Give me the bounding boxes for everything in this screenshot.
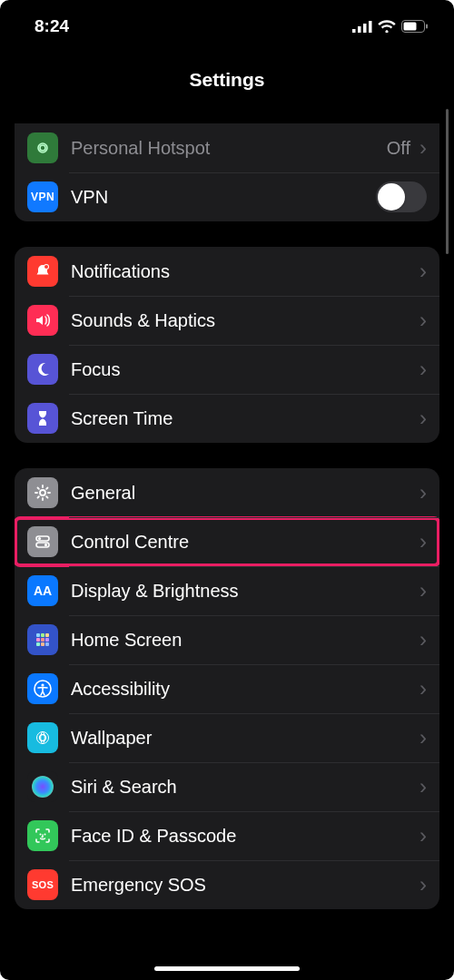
accessibility-icon <box>27 673 58 704</box>
svg-rect-1 <box>358 26 361 33</box>
svg-rect-19 <box>45 638 49 642</box>
row-home-screen[interactable]: Home Screen › <box>15 615 439 664</box>
group-connectivity: Personal Hotspot Off › VPN VPN <box>15 123 439 221</box>
group-device: General › Control Centre › AA Display & … <box>15 468 439 909</box>
row-label: Display & Brightness <box>71 581 419 602</box>
row-label: Focus <box>71 359 419 380</box>
svg-point-24 <box>41 683 44 686</box>
home-indicator[interactable] <box>154 966 300 971</box>
wifi-icon <box>378 20 396 33</box>
row-label: Face ID & Passcode <box>71 826 419 847</box>
svg-point-11 <box>38 537 41 540</box>
svg-rect-21 <box>41 642 44 646</box>
svg-rect-14 <box>36 633 40 637</box>
display-icon: AA <box>27 575 58 606</box>
chevron-right-icon: › <box>419 825 427 847</box>
chevron-right-icon: › <box>419 727 427 749</box>
svg-rect-3 <box>369 21 372 33</box>
svg-rect-15 <box>41 633 44 637</box>
hotspot-icon <box>27 132 58 163</box>
row-siri-search[interactable]: Siri & Search › <box>15 762 439 811</box>
svg-point-9 <box>40 490 45 495</box>
row-label: General <box>71 483 419 504</box>
row-wallpaper[interactable]: Wallpaper › <box>15 713 439 762</box>
svg-rect-0 <box>352 29 356 33</box>
chevron-right-icon: › <box>419 482 427 504</box>
focus-icon <box>27 354 58 385</box>
sounds-icon <box>27 305 58 336</box>
chevron-right-icon: › <box>419 629 427 651</box>
row-personal-hotspot[interactable]: Personal Hotspot Off › <box>15 123 439 172</box>
row-vpn[interactable]: VPN VPN <box>15 172 439 221</box>
row-label: Emergency SOS <box>71 875 419 896</box>
wallpaper-icon <box>27 722 58 753</box>
group-attention: Notifications › Sounds & Haptics › Focus… <box>15 247 439 443</box>
row-sounds-haptics[interactable]: Sounds & Haptics › <box>15 296 439 345</box>
status-icons <box>352 20 429 33</box>
chevron-right-icon: › <box>419 874 427 896</box>
row-label: Siri & Search <box>71 777 419 798</box>
chevron-right-icon: › <box>419 137 427 159</box>
svg-point-26 <box>37 732 49 744</box>
svg-point-13 <box>44 544 47 546</box>
notifications-icon <box>27 256 58 287</box>
row-control-centre[interactable]: Control Centre › <box>15 517 439 566</box>
chevron-right-icon: › <box>419 580 427 602</box>
general-icon <box>27 477 58 508</box>
row-emergency-sos[interactable]: SOS Emergency SOS › <box>15 860 439 909</box>
status-time: 8:24 <box>35 16 69 36</box>
svg-rect-17 <box>36 638 40 642</box>
phone-frame: 8:24 Settings Personal Hotspot Off › VPN <box>0 0 454 980</box>
row-general[interactable]: General › <box>15 468 439 517</box>
cellular-icon <box>352 21 372 33</box>
sos-badge-text: SOS <box>32 879 54 890</box>
aa-text: AA <box>34 583 52 598</box>
row-label: Notifications <box>71 261 419 282</box>
row-label: Sounds & Haptics <box>71 310 419 331</box>
row-screen-time[interactable]: Screen Time › <box>15 394 439 443</box>
svg-rect-20 <box>36 642 40 646</box>
screen-time-icon <box>27 403 58 434</box>
row-label: Accessibility <box>71 679 419 700</box>
chevron-right-icon: › <box>419 678 427 700</box>
siri-icon <box>27 771 58 802</box>
vpn-badge-text: VPN <box>31 191 54 203</box>
chevron-right-icon: › <box>419 531 427 553</box>
svg-rect-5 <box>404 23 417 31</box>
svg-rect-16 <box>45 633 49 637</box>
chevron-right-icon: › <box>419 407 427 429</box>
row-focus[interactable]: Focus › <box>15 345 439 394</box>
row-accessibility[interactable]: Accessibility › <box>15 664 439 713</box>
row-label: Screen Time <box>71 408 419 429</box>
svg-rect-22 <box>45 642 49 646</box>
chevron-right-icon: › <box>419 260 427 282</box>
faceid-icon <box>27 820 58 851</box>
svg-rect-2 <box>363 24 367 33</box>
row-label: Home Screen <box>71 630 419 651</box>
battery-icon <box>401 20 429 33</box>
home-screen-icon <box>27 624 58 655</box>
vpn-icon: VPN <box>27 181 58 212</box>
scrollbar[interactable] <box>446 109 449 254</box>
svg-rect-18 <box>41 638 44 642</box>
svg-point-27 <box>32 776 54 798</box>
toggle-knob <box>378 183 405 211</box>
control-centre-icon <box>27 526 58 557</box>
row-display-brightness[interactable]: AA Display & Brightness › <box>15 566 439 615</box>
row-value: Off <box>387 138 410 159</box>
status-bar: 8:24 <box>0 0 454 40</box>
svg-point-28 <box>40 834 42 836</box>
chevron-right-icon: › <box>419 776 427 798</box>
svg-rect-6 <box>426 24 428 29</box>
row-label: Wallpaper <box>71 728 419 749</box>
vpn-toggle[interactable] <box>376 181 427 212</box>
row-label: Control Centre <box>71 532 419 553</box>
row-notifications[interactable]: Notifications › <box>15 247 439 296</box>
svg-point-8 <box>44 265 48 269</box>
row-label: VPN <box>71 187 376 208</box>
chevron-right-icon: › <box>419 358 427 380</box>
chevron-right-icon: › <box>419 309 427 331</box>
svg-point-29 <box>44 834 46 836</box>
settings-list: Personal Hotspot Off › VPN VPN Notificat… <box>0 123 454 909</box>
row-faceid-passcode[interactable]: Face ID & Passcode › <box>15 811 439 860</box>
